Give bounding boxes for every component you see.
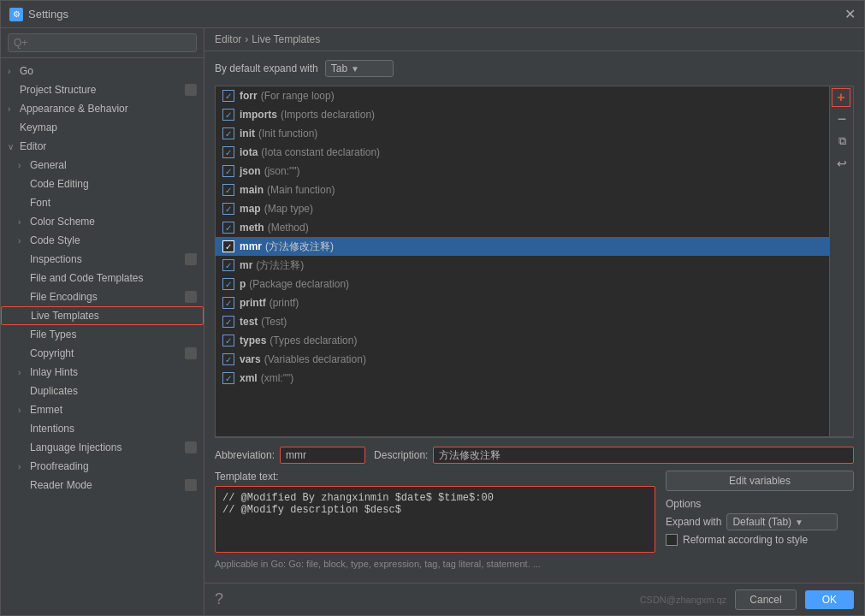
template-name: map	[240, 203, 261, 215]
reset-template-button[interactable]: ↩	[832, 153, 852, 174]
template-checkbox[interactable]	[222, 372, 234, 384]
sidebar-item-copyright[interactable]: Copyright	[1, 344, 204, 363]
arrow-icon: ›	[18, 406, 28, 415]
description-label: Description:	[374, 449, 428, 461]
template-checkbox[interactable]	[222, 240, 234, 252]
template-name: init	[240, 127, 255, 139]
arrow-icon: ›	[8, 67, 18, 76]
template-checkbox[interactable]	[222, 184, 234, 196]
template-row-main[interactable]: main (Main function)	[216, 181, 829, 199]
template-row-types[interactable]: types (Types declaration)	[216, 331, 829, 350]
sidebar-tree: › Go Project Structure › Appearance & Be…	[1, 58, 204, 615]
sidebar-item-project-structure[interactable]: Project Structure	[1, 80, 204, 99]
template-checkbox[interactable]	[222, 146, 234, 158]
sidebar-item-label: Emmet	[30, 404, 62, 416]
sidebar-item-font[interactable]: Font	[1, 193, 204, 212]
template-row-printf[interactable]: printf (printf)	[216, 293, 829, 312]
sidebar-item-color-scheme[interactable]: › Color Scheme	[1, 212, 204, 231]
search-input[interactable]	[8, 33, 197, 52]
template-text-area[interactable]: // @Modified By zhangxinmin $date$ $time…	[215, 486, 655, 553]
sidebar-item-file-types[interactable]: File Types	[1, 325, 204, 344]
expand-with-dropdown[interactable]: Tab ▼	[325, 60, 394, 77]
template-row-meth[interactable]: meth (Method)	[216, 218, 829, 237]
sidebar-item-intentions[interactable]: Intentions	[1, 419, 204, 438]
template-checkbox[interactable]	[222, 203, 234, 215]
template-checkbox[interactable]	[222, 90, 234, 102]
add-template-button[interactable]: +	[832, 88, 850, 107]
template-checkbox[interactable]	[222, 353, 234, 365]
sidebar-item-keymap[interactable]: Keymap	[1, 118, 204, 137]
template-row-json[interactable]: json (json:"")	[216, 162, 829, 181]
template-name: types	[240, 335, 266, 346]
sidebar-item-file-code-templates[interactable]: File and Code Templates	[1, 269, 204, 287]
expand-with-row: By default expand with Tab ▼	[215, 60, 854, 77]
bottom-form: Abbreviation: Description: Template text…	[215, 437, 854, 574]
template-desc: (Test)	[261, 316, 287, 328]
description-input[interactable]	[433, 447, 854, 464]
template-checkbox[interactable]	[222, 109, 234, 121]
sidebar-item-live-templates[interactable]: Live Templates	[1, 306, 204, 325]
template-desc: (Package declaration)	[249, 278, 349, 290]
template-row-test[interactable]: test (Test)	[216, 312, 829, 331]
copy-template-button[interactable]: ⧉	[832, 131, 852, 151]
sidebar-item-file-encodings[interactable]: File Encodings	[1, 287, 204, 306]
search-box	[1, 28, 204, 58]
help-button[interactable]: ?	[215, 590, 223, 608]
remove-template-button[interactable]: −	[832, 109, 852, 129]
template-checkbox[interactable]	[222, 297, 234, 309]
sidebar-item-reader-mode[interactable]: Reader Mode	[1, 476, 204, 495]
template-checkbox[interactable]	[222, 278, 234, 290]
template-row-map[interactable]: map (Map type)	[216, 199, 829, 218]
edit-variables-button[interactable]: Edit variables	[666, 471, 854, 491]
sidebar-item-editor[interactable]: ∨ Editor	[1, 137, 204, 156]
template-checkbox[interactable]	[222, 259, 234, 271]
template-checkbox[interactable]	[222, 335, 234, 346]
sidebar-item-language-injections[interactable]: Language Injections	[1, 438, 204, 457]
template-row-mmr[interactable]: mmr (方法修改注释)	[216, 237, 829, 256]
template-row-imports[interactable]: imports (Imports declaration)	[216, 105, 829, 124]
sidebar-item-code-editing[interactable]: Code Editing	[1, 175, 204, 193]
sidebar-item-inlay-hints[interactable]: › Inlay Hints	[1, 363, 204, 382]
title-bar: ⚙ Settings ✕	[1, 1, 864, 28]
template-row-xml[interactable]: xml (xml:"")	[216, 369, 829, 388]
template-row-init[interactable]: init (Init function)	[216, 124, 829, 143]
close-button[interactable]: ✕	[844, 6, 856, 22]
cancel-button[interactable]: Cancel	[735, 589, 796, 610]
abbreviation-label: Abbreviation:	[215, 449, 275, 461]
template-row-forr[interactable]: forr (For range loop)	[216, 86, 829, 105]
template-row-mr[interactable]: mr (方法注释)	[216, 256, 829, 275]
bottom-bar: ? CSDN@zhangxm.qz Cancel OK	[204, 583, 864, 615]
reformat-checkbox[interactable]	[666, 534, 678, 546]
template-text-label: Template text:	[215, 471, 655, 483]
template-row-iota[interactable]: iota (Iota constant declaration)	[216, 143, 829, 162]
ok-button[interactable]: OK	[805, 590, 854, 609]
sidebar-item-general[interactable]: › General	[1, 156, 204, 175]
template-name: iota	[240, 146, 258, 158]
expand-with-options-dropdown[interactable]: Default (Tab) ▼	[726, 513, 838, 530]
options-title: Options	[666, 498, 854, 510]
template-checkbox[interactable]	[222, 165, 234, 177]
sidebar-item-code-style[interactable]: › Code Style	[1, 231, 204, 250]
template-name: test	[240, 316, 258, 328]
arrow-icon: ›	[18, 462, 28, 471]
sidebar-item-emmet[interactable]: › Emmet	[1, 400, 204, 419]
abbreviation-input[interactable]	[280, 447, 365, 464]
template-row-vars[interactable]: vars (Variables declaration)	[216, 350, 829, 369]
template-row-p[interactable]: p (Package declaration)	[216, 275, 829, 293]
breadcrumb-part1: Editor	[215, 33, 241, 45]
sidebar-item-appearance-behavior[interactable]: › Appearance & Behavior	[1, 99, 204, 118]
sidebar-item-label: Project Structure	[20, 84, 96, 96]
panel-content: By default expand with Tab ▼ forr (Fo	[204, 51, 864, 583]
template-desc: (Main function)	[267, 184, 335, 196]
sidebar-item-inspections[interactable]: Inspections	[1, 250, 204, 269]
expand-with-options-row: Expand with Default (Tab) ▼	[666, 513, 854, 530]
template-checkbox[interactable]	[222, 222, 234, 234]
sidebar-item-label: Duplicates	[30, 385, 78, 397]
template-checkbox[interactable]	[222, 127, 234, 139]
sidebar-item-go[interactable]: › Go	[1, 62, 204, 80]
sidebar-item-proofreading[interactable]: › Proofreading	[1, 457, 204, 476]
template-desc: (方法修改注释)	[265, 240, 334, 254]
template-checkbox[interactable]	[222, 316, 234, 328]
sidebar-item-duplicates[interactable]: Duplicates	[1, 382, 204, 400]
template-name: mmr	[240, 240, 262, 252]
